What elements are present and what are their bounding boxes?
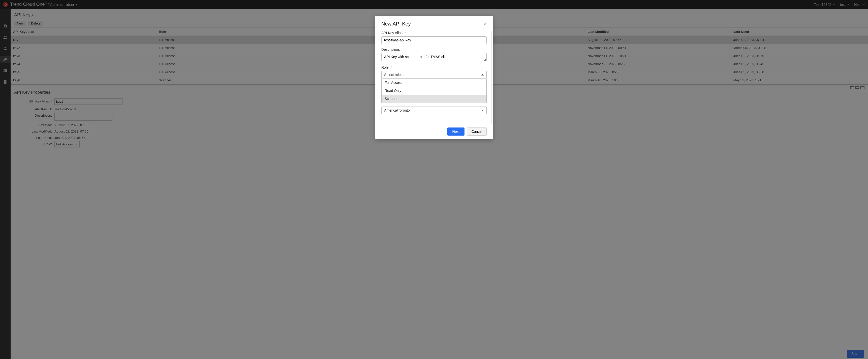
chevron-up-icon [482, 74, 484, 76]
chevron-down-icon [482, 110, 484, 111]
close-icon[interactable]: × [484, 21, 487, 27]
new-api-key-modal: New API Key × API Key Alias: * Descripti… [375, 16, 493, 139]
role-option[interactable]: Read Only [381, 87, 487, 95]
modal-description-label: Description: [381, 48, 487, 52]
modal-description-input[interactable] [381, 53, 487, 61]
modal-title: New API Key [381, 21, 411, 27]
role-placeholder: Select role... [384, 73, 404, 77]
modal-timezone-select[interactable]: America/Toronto [381, 107, 487, 114]
modal-role-label: Role: * [381, 65, 487, 70]
modal-alias-label: API Key Alias: * [381, 31, 487, 35]
role-dropdown: Full AccessRead OnlyScanner [381, 79, 487, 103]
role-option[interactable]: Full Access [381, 79, 487, 87]
modal-role-select[interactable]: Select role... [381, 71, 487, 79]
next-button[interactable]: Next [447, 128, 465, 136]
timezone-value: America/Toronto [384, 108, 410, 112]
cancel-button[interactable]: Cancel [467, 128, 487, 136]
role-option[interactable]: Scanner [381, 95, 487, 103]
modal-alias-input[interactable] [381, 36, 487, 44]
